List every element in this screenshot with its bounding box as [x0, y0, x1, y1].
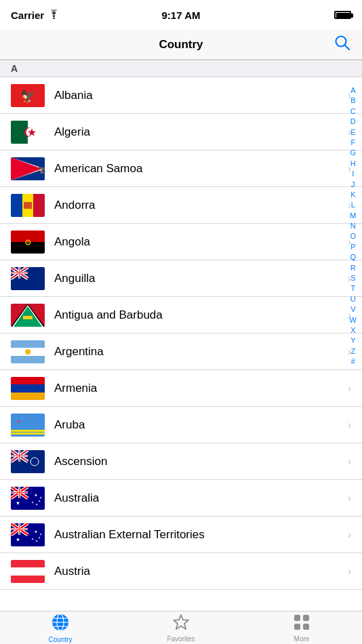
wifi-icon	[48, 9, 60, 21]
flag-armenia	[11, 377, 45, 400]
svg-point-0	[54, 17, 55, 18]
list-item[interactable]: Austria ›	[0, 553, 362, 590]
country-name: Anguilla	[54, 272, 345, 285]
alpha-letter-g[interactable]: G	[348, 148, 359, 158]
alpha-letter-i[interactable]: I	[349, 169, 357, 179]
status-bar-right	[334, 11, 351, 19]
alpha-letter-r[interactable]: R	[348, 263, 359, 273]
alpha-letter-k[interactable]: K	[348, 190, 358, 200]
chevron-icon: ›	[348, 382, 351, 395]
alpha-letter-y[interactable]: Y	[348, 336, 358, 346]
svg-point-39	[25, 349, 31, 355]
section-letter: A	[11, 63, 18, 74]
nav-header: Country	[0, 30, 362, 60]
alpha-letter-z[interactable]: Z	[348, 346, 358, 357]
alpha-letter-x[interactable]: X	[348, 325, 358, 336]
alpha-letter-l[interactable]: L	[348, 200, 358, 210]
list-item[interactable]: ✦✦✦✦✦ Australian External Territories ›	[0, 517, 362, 553]
flag-antigua-barbuda	[11, 304, 45, 327]
svg-rect-41	[11, 384, 45, 393]
alpha-letter-#[interactable]: #	[348, 357, 358, 367]
search-button[interactable]	[334, 34, 351, 56]
svg-text:✦: ✦	[35, 502, 38, 506]
chevron-icon: ›	[348, 529, 351, 541]
status-bar-left: Carrier	[11, 9, 60, 21]
tab-bar: Country Favorites More	[0, 611, 362, 644]
list-item[interactable]: Algeria ›	[0, 114, 362, 150]
svg-text:✦: ✦	[31, 500, 34, 504]
svg-text:✦: ✦	[35, 539, 38, 543]
tab-favorites[interactable]: Favorites	[121, 611, 241, 644]
alpha-letter-o[interactable]: O	[348, 231, 359, 241]
alpha-letter-t[interactable]: T	[348, 283, 358, 294]
star-icon	[172, 613, 190, 634]
list-item[interactable]: Ascension ›	[0, 443, 362, 480]
tab-country-label: Country	[48, 636, 72, 643]
svg-marker-99	[174, 615, 188, 629]
grid-icon	[293, 613, 310, 634]
alpha-letter-w[interactable]: W	[347, 315, 359, 325]
alpha-letter-a[interactable]: A	[348, 85, 358, 96]
flag-andorra	[11, 194, 45, 217]
svg-rect-102	[294, 624, 300, 630]
alpha-letter-b[interactable]: B	[348, 96, 358, 106]
svg-rect-92	[11, 576, 45, 583]
alpha-letter-u[interactable]: U	[348, 294, 359, 304]
list-item[interactable]: Armenia ›	[0, 370, 362, 407]
alpha-index[interactable]: ABCDEFGHIJKLMNOPQRSTUVWXYZ#	[344, 83, 362, 370]
alpha-letter-s[interactable]: S	[348, 273, 358, 283]
svg-rect-67	[19, 487, 20, 498]
svg-text:✦: ✦	[34, 529, 38, 534]
svg-rect-83	[19, 523, 20, 535]
tab-more[interactable]: More	[241, 611, 362, 644]
list-item[interactable]: Aruba ›	[0, 407, 362, 443]
alpha-letter-m[interactable]: M	[347, 211, 359, 221]
list-item[interactable]: Antigua and Barbuda ›	[0, 297, 362, 334]
alpha-letter-f[interactable]: F	[348, 138, 358, 148]
flag-argentina	[11, 340, 45, 363]
svg-rect-42	[11, 393, 45, 400]
alpha-letter-p[interactable]: P	[348, 242, 358, 252]
flag-aruba	[11, 414, 45, 437]
svg-rect-35	[23, 316, 33, 319]
svg-rect-44	[11, 430, 45, 432]
svg-rect-38	[11, 356, 45, 363]
alpha-letter-d[interactable]: D	[348, 117, 359, 127]
svg-rect-14	[11, 194, 22, 217]
svg-text:🦅: 🦅	[38, 165, 45, 174]
flag-algeria	[11, 121, 45, 144]
alpha-letter-v[interactable]: V	[348, 304, 358, 315]
alpha-letter-q[interactable]: Q	[348, 252, 359, 262]
country-name: Andorra	[54, 199, 345, 212]
svg-rect-100	[294, 615, 300, 621]
list-item[interactable]: Argentina ›	[0, 334, 362, 370]
list-item[interactable]: ⚙ Angola ›	[0, 224, 362, 260]
list-item[interactable]: ✦✦✦✦✦ Australia ›	[0, 480, 362, 517]
alpha-letter-h[interactable]: H	[348, 159, 359, 169]
country-name: Aruba	[54, 418, 345, 432]
country-name: Armenia	[54, 382, 345, 395]
flag-austria	[11, 560, 45, 583]
country-name: American Samoa	[54, 162, 345, 176]
list-item[interactable]: Andorra ›	[0, 187, 362, 224]
svg-rect-56	[19, 450, 20, 462]
svg-text:✦: ✦	[39, 496, 42, 500]
tab-favorites-label: Favorites	[167, 635, 195, 643]
country-name: Algeria	[54, 125, 345, 139]
svg-text:⚙: ⚙	[24, 238, 32, 247]
svg-rect-17	[24, 202, 32, 209]
list-item[interactable]: 🦅 Albania ›	[0, 77, 362, 114]
svg-text:✦: ✦	[39, 532, 42, 536]
status-bar: Carrier 9:17 AM	[0, 0, 362, 30]
list-item[interactable]: Anguilla ›	[0, 260, 362, 297]
alpha-letter-c[interactable]: C	[348, 106, 359, 117]
alpha-letter-j[interactable]: J	[348, 180, 358, 190]
svg-text:✦: ✦	[34, 493, 38, 498]
alpha-letter-e[interactable]: E	[348, 127, 358, 138]
svg-rect-40	[11, 377, 45, 384]
list-item[interactable]: 🦅 American Samoa ›	[0, 150, 362, 187]
chevron-icon: ›	[348, 456, 351, 468]
country-name: Antigua and Barbuda	[54, 308, 345, 322]
tab-country[interactable]: Country	[0, 611, 121, 644]
alpha-letter-n[interactable]: N	[348, 221, 359, 231]
